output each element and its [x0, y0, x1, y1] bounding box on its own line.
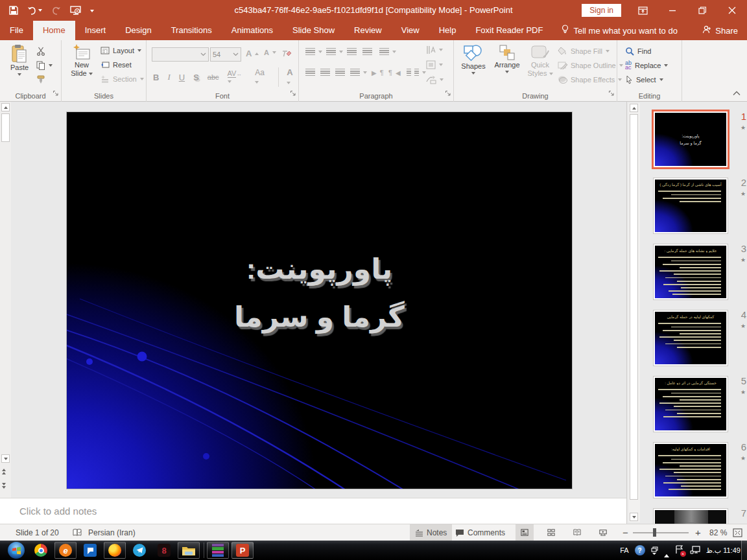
tab-help[interactable]: Help	[429, 21, 466, 40]
scrollbar-thumb[interactable]	[1, 113, 10, 142]
taskbar-eitaa-icon[interactable]: e	[54, 542, 77, 559]
thumbnail-scrollbar[interactable]	[628, 103, 640, 522]
slide-thumbnail-7[interactable]: 7	[649, 506, 746, 524]
cut-button[interactable]	[36, 47, 45, 56]
align-center-button[interactable]	[320, 69, 330, 76]
taskbar-clock[interactable]: 11:49 ب.ظ	[706, 541, 741, 560]
slide-thumbnail-5[interactable]: خستگی گرمایی در اثر دو عامل :5★	[649, 374, 746, 435]
slide-show-view-button[interactable]	[594, 524, 612, 541]
section-button[interactable]: Section	[101, 75, 144, 83]
numbering-button[interactable]	[326, 48, 343, 55]
copy-button[interactable]	[36, 61, 53, 70]
collapse-ribbon-button[interactable]	[733, 87, 741, 99]
show-hidden-icons-button[interactable]	[664, 546, 669, 554]
paragraph-dialog-launcher[interactable]	[445, 88, 451, 99]
text-direction-button[interactable]	[426, 45, 443, 54]
keyboard-layout-icon[interactable]	[651, 546, 658, 555]
zoom-out-button[interactable]: −	[617, 524, 634, 541]
underline-button[interactable]: U	[179, 73, 185, 82]
minimize-button[interactable]	[658, 0, 687, 21]
next-slide-button[interactable]	[2, 483, 6, 489]
editor-vertical-scrollbar[interactable]	[0, 102, 11, 498]
drawing-dialog-launcher[interactable]	[608, 88, 615, 99]
grow-font-button[interactable]: A	[246, 49, 259, 58]
font-dialog-launcher[interactable]	[290, 88, 296, 99]
show-desktop-button[interactable]	[741, 541, 747, 560]
arrange-button[interactable]: Arrange	[490, 44, 524, 73]
tab-foxit-reader-pdf[interactable]: Foxit Reader PDF	[466, 21, 552, 40]
shape-fill-button[interactable]: Shape Fill	[558, 47, 610, 55]
format-painter-button[interactable]	[36, 75, 45, 84]
convert-to-smartart-button[interactable]	[426, 75, 444, 84]
slide-title-textbox[interactable]: پاورپوینت: گرما و سرما	[67, 245, 572, 341]
notes-toggle-button[interactable]: Notes	[410, 524, 452, 541]
shape-outline-button[interactable]: Shape Outline	[558, 61, 623, 69]
taskbar-file-explorer-icon[interactable]	[178, 542, 200, 559]
taskbar-winrar-icon[interactable]	[207, 542, 229, 559]
taskbar-rubika-icon[interactable]: 8	[153, 542, 175, 559]
tab-view[interactable]: View	[392, 21, 429, 40]
paste-button[interactable]: Paste	[5, 44, 34, 76]
shrink-font-button[interactable]: A	[264, 49, 276, 56]
reset-button[interactable]: Reset	[101, 61, 132, 69]
taskbar-powerpoint-icon[interactable]: P	[231, 542, 254, 559]
scroll-down-button[interactable]	[1, 454, 10, 463]
help-tray-icon[interactable]: ?	[635, 545, 645, 555]
taskbar-telegram-icon[interactable]	[128, 542, 150, 559]
tab-transitions[interactable]: Transitions	[161, 21, 222, 40]
action-center-flag-icon[interactable]: ×	[675, 545, 684, 555]
thumbnail-scrollbar-thumb[interactable]	[630, 114, 638, 500]
normal-view-button[interactable]	[516, 524, 534, 541]
align-left-button[interactable]	[305, 69, 315, 76]
notes-pane[interactable]: Click to add notes	[0, 498, 626, 524]
change-case-button[interactable]: Aa	[255, 68, 270, 86]
thumbnail-scroll-down-button[interactable]	[630, 513, 638, 521]
tab-animations[interactable]: Animations	[222, 21, 283, 40]
clear-formatting-button[interactable]	[281, 49, 291, 57]
language-switcher[interactable]: FA	[620, 546, 628, 554]
strikethrough-button[interactable]: abc	[208, 73, 219, 81]
replace-button[interactable]: abac Replace	[625, 61, 668, 70]
slide-thumbnail-1[interactable]: پاورپوینت:گرما و سرما1★	[649, 110, 746, 170]
rtl-direction-button[interactable]: ¶◀	[388, 69, 401, 76]
taskbar-chrome-icon[interactable]	[30, 542, 52, 559]
bullets-button[interactable]	[305, 48, 322, 55]
tab-home[interactable]: Home	[33, 21, 75, 40]
reading-view-button[interactable]	[568, 524, 586, 541]
slide-thumbnail-2[interactable]: آسیب های ناشی از گرما ( گرما زدگی )2★	[649, 176, 746, 237]
tab-insert[interactable]: Insert	[75, 21, 116, 40]
slide-indicator[interactable]: Slide 1 of 20	[10, 524, 64, 541]
increase-indent-button[interactable]	[362, 48, 372, 55]
thumbnail-scroll-up-button[interactable]	[630, 104, 638, 112]
text-shadow-button[interactable]: S	[193, 73, 199, 82]
zoom-slider-track[interactable]	[633, 532, 689, 533]
tell-me-box[interactable]: Tell me what you want to do	[552, 21, 686, 40]
font-color-button[interactable]: A	[278, 67, 298, 87]
ltr-direction-button[interactable]: ▶¶	[372, 69, 384, 76]
decrease-indent-button[interactable]	[347, 48, 357, 55]
align-text-button[interactable]	[426, 60, 443, 69]
columns-button[interactable]	[407, 69, 426, 76]
font-size-combo[interactable]: 54	[210, 47, 241, 62]
tab-design[interactable]: Design	[115, 21, 161, 40]
close-button[interactable]	[717, 0, 747, 21]
justify-button[interactable]	[350, 69, 367, 76]
fit-slide-to-window-button[interactable]	[728, 524, 747, 541]
layout-button[interactable]: Layout	[101, 47, 141, 54]
tab-slide-show[interactable]: Slide Show	[283, 21, 344, 40]
share-button[interactable]: Share	[702, 21, 738, 40]
taskbar-blue-app-icon[interactable]	[79, 542, 101, 559]
character-spacing-button[interactable]: AV↔	[228, 69, 247, 85]
font-name-combo[interactable]	[152, 47, 209, 62]
scroll-up-button[interactable]	[1, 103, 10, 111]
language-indicator[interactable]: Persian (Iran)	[83, 524, 141, 541]
slide-thumbnail-3[interactable]: علایم و نشانه های حمله گرمایی :3★	[649, 242, 746, 303]
select-button[interactable]: Select	[625, 75, 663, 84]
shape-effects-button[interactable]: Shape Effects	[558, 75, 622, 84]
taskbar-firefox-icon[interactable]	[104, 542, 126, 559]
tab-file[interactable]: File	[0, 21, 33, 40]
tab-review[interactable]: Review	[344, 21, 392, 40]
quick-styles-button[interactable]: Quick Styles	[525, 44, 555, 78]
slide-sorter-view-button[interactable]	[542, 524, 560, 541]
align-right-button[interactable]	[335, 69, 345, 76]
